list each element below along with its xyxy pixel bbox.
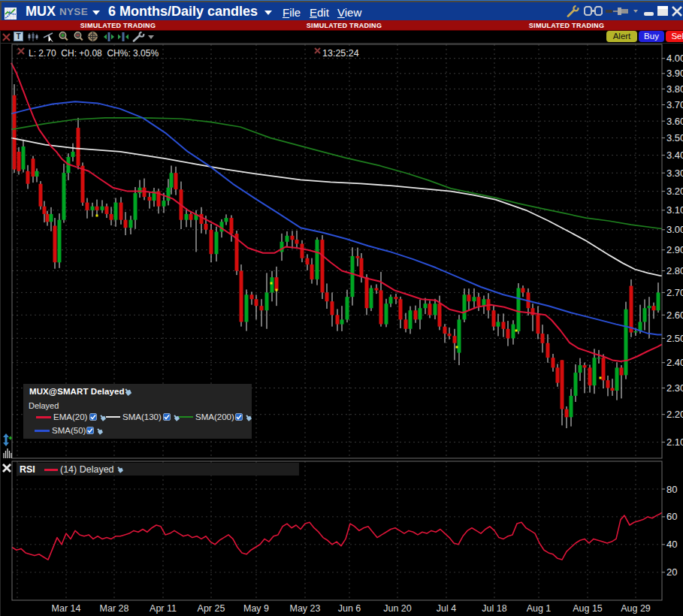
svg-text:3.50: 3.50 xyxy=(666,132,683,143)
svg-text:Jul 18: Jul 18 xyxy=(482,603,506,614)
svg-text:2.10: 2.10 xyxy=(666,436,683,448)
svg-text:4.00: 4.00 xyxy=(666,53,683,64)
svg-text:2.20: 2.20 xyxy=(666,409,683,420)
svg-text:Apr 11: Apr 11 xyxy=(150,603,177,614)
svg-text:3.90: 3.90 xyxy=(666,68,683,79)
svg-text:2.50: 2.50 xyxy=(666,333,683,344)
svg-text:20: 20 xyxy=(666,566,677,578)
svg-text:3.20: 3.20 xyxy=(666,186,683,197)
svg-text:Mar 28: Mar 28 xyxy=(100,603,129,614)
svg-text:2.40: 2.40 xyxy=(666,357,683,368)
svg-text:Jun 20: Jun 20 xyxy=(383,603,412,614)
svg-text:3.80: 3.80 xyxy=(666,83,683,95)
svg-text:3.40: 3.40 xyxy=(666,149,683,161)
svg-text:3.00: 3.00 xyxy=(666,224,683,235)
svg-text:Aug 29: Aug 29 xyxy=(621,603,651,614)
svg-text:3.60: 3.60 xyxy=(666,116,683,127)
svg-text:3.30: 3.30 xyxy=(666,168,683,179)
svg-text:Mar 14: Mar 14 xyxy=(52,603,81,614)
svg-text:2.80: 2.80 xyxy=(666,265,683,276)
svg-text:Jul 4: Jul 4 xyxy=(437,603,456,614)
svg-text:2.60: 2.60 xyxy=(666,310,683,321)
svg-text:May 23: May 23 xyxy=(290,603,321,614)
svg-text:2.30: 2.30 xyxy=(666,382,683,394)
svg-text:2.90: 2.90 xyxy=(666,244,683,255)
svg-text:60: 60 xyxy=(666,511,677,522)
svg-text:3.70: 3.70 xyxy=(666,99,683,110)
svg-text:Jun 6: Jun 6 xyxy=(338,603,361,614)
svg-text:40: 40 xyxy=(666,539,677,550)
svg-text:Aug 15: Aug 15 xyxy=(573,603,603,614)
svg-text:May 9: May 9 xyxy=(243,603,269,614)
svg-text:80: 80 xyxy=(666,484,677,495)
svg-text:3.10: 3.10 xyxy=(666,204,683,216)
svg-text:Apr 25: Apr 25 xyxy=(198,603,225,614)
svg-text:Aug 1: Aug 1 xyxy=(527,603,552,614)
svg-text:2.70: 2.70 xyxy=(666,287,683,298)
